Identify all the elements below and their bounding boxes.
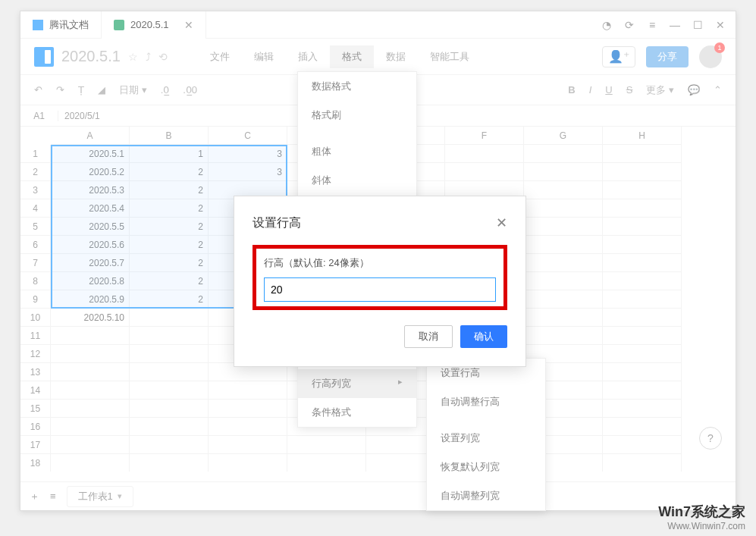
chevron-right-icon: ▸: [398, 377, 403, 387]
menu-item-conditional-format[interactable]: 条件格式: [298, 398, 416, 427]
menu-item-bold[interactable]: 粗体: [298, 137, 416, 166]
watermark: Win7系统之家 Www.Winwin7.com: [658, 503, 745, 531]
dialog-close-button[interactable]: ✕: [496, 215, 507, 231]
row-height-label: 行高（默认值: 24像素）: [264, 256, 496, 270]
watermark-brand1: Win7: [658, 504, 691, 519]
menu-item-format-painter[interactable]: 格式刷: [298, 101, 416, 130]
menu-item-data-format[interactable]: 数据格式: [298, 72, 416, 101]
row-height-dialog: 设置行高 ✕ 行高（默认值: 24像素） 取消 确认: [234, 196, 526, 367]
watermark-brand2: 系统之家: [691, 504, 745, 519]
ok-button[interactable]: 确认: [460, 325, 507, 348]
help-button[interactable]: ?: [699, 427, 722, 450]
submenu-set-col-width[interactable]: 设置列宽: [427, 424, 545, 453]
highlighted-field: 行高（默认值: 24像素）: [253, 245, 507, 310]
submenu-reset-col-width[interactable]: 恢复默认列宽: [427, 453, 545, 481]
rowcol-submenu: 设置行高 自动调整行高 设置列宽 恢复默认列宽 自动调整列宽: [426, 358, 546, 511]
menu-item-italic[interactable]: 斜体: [298, 166, 416, 195]
submenu-auto-row-height[interactable]: 自动调整行高: [427, 387, 545, 416]
watermark-url: Www.Winwin7.com: [658, 521, 745, 531]
row-height-input[interactable]: [264, 277, 496, 302]
dialog-title: 设置行高: [253, 215, 301, 231]
menu-item-row-col-label: 行高列宽: [312, 378, 351, 389]
submenu-auto-col-width[interactable]: 自动调整列宽: [427, 481, 545, 510]
menu-item-row-col[interactable]: 行高列宽 ▸: [298, 369, 416, 398]
cancel-button[interactable]: 取消: [404, 325, 453, 348]
